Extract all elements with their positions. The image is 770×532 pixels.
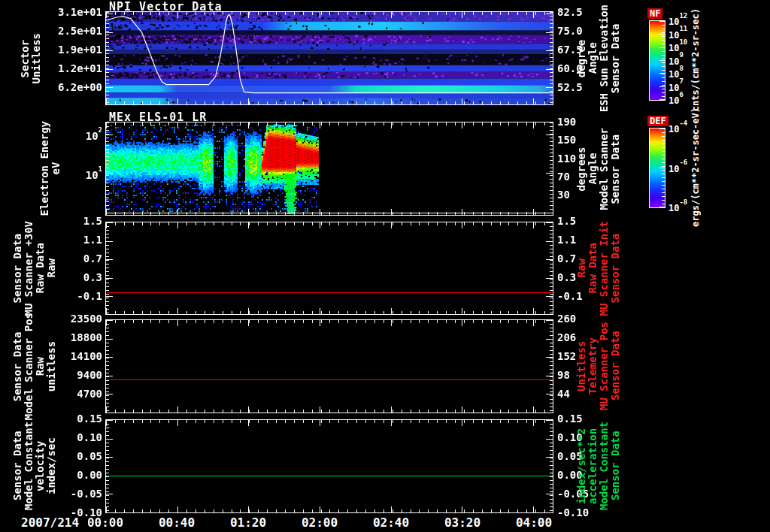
- y-axis-label-wrap: Electron EnergyeV: [39, 122, 62, 216]
- y-major-tick: [106, 14, 113, 14]
- x-major-tick: [320, 98, 320, 104]
- x-minor-ticks-bottom: [106, 410, 553, 413]
- y-minor-ticks-left: [106, 420, 109, 512]
- x-major-tick: [106, 122, 107, 128]
- panel-mu-scanner-30v: [105, 222, 553, 315]
- y-tick-label: 260: [557, 313, 576, 325]
- y-major-tick: [106, 339, 113, 340]
- y-major-tick: [546, 339, 553, 340]
- panel-title: MEx ELS-01 LR: [109, 110, 207, 124]
- right-axis-label-wrap: Sensor DataMU Scanner InitRaw DataRaw: [576, 222, 621, 315]
- right-axis-label: Sensor DataMU Scanner PosTelemetryUnitle…: [576, 322, 621, 410]
- y-major-tick: [546, 259, 553, 260]
- y-tick-label: 1.1: [557, 234, 576, 246]
- y-major-tick: [546, 394, 553, 394]
- colorbar-tick-label: 10-6: [668, 162, 687, 174]
- y-major-tick: [106, 241, 113, 242]
- panel-els-spectrogram: [105, 122, 553, 216]
- nf-colorbar-units: cnts/(cm**2-sr-sec): [690, 8, 701, 111]
- y-tick-label: 1.5: [557, 216, 576, 227]
- spectrogram-figure: 2007/214 NF DEF cnts/(cm**2-sr-sec) ergs…: [0, 0, 770, 532]
- x-major-tick: [533, 420, 534, 426]
- data-line: [107, 476, 552, 476]
- y-major-tick: [546, 357, 553, 358]
- right-axis-label: Sensor DataModel ScannerAngledegrees: [576, 128, 621, 210]
- x-major-tick: [177, 308, 178, 314]
- right-axis-label-wrap: Sensor DataModel Constantaccelerationind…: [576, 419, 621, 513]
- colorbar-tick-label: 10-8: [668, 201, 687, 213]
- y-major-tick: [106, 457, 113, 458]
- x-minor-ticks-bottom: [106, 212, 553, 215]
- x-major-tick: [533, 308, 534, 314]
- y-major-tick: [106, 420, 113, 421]
- y-axis-label: Sensor DataMU Scanner +30VRaw DataRaw: [12, 221, 57, 316]
- nf-colorbar-name: NF: [647, 8, 662, 19]
- def-units-wrap: ergs/(cm**2-sr-sec-eV): [688, 120, 703, 214]
- y-tick-label: 0.7: [557, 253, 576, 264]
- y-tick-label: 98: [557, 370, 570, 381]
- colorbar-tick-label: 10-4: [668, 122, 687, 135]
- x-major-tick: [462, 98, 462, 104]
- x-tick-label: 00:40: [159, 515, 195, 530]
- x-major-tick: [391, 420, 392, 426]
- colorbar-major-tick: [659, 21, 665, 22]
- x-major-tick: [533, 407, 534, 413]
- y-tick-label: 3.1e+01: [44, 7, 102, 18]
- x-major-tick: [320, 506, 320, 512]
- x-tick-label: 03:20: [444, 515, 480, 530]
- y-major-tick: [546, 320, 553, 321]
- colorbar-major-tick: [659, 207, 665, 207]
- x-major-tick: [106, 222, 107, 228]
- x-major-tick: [462, 420, 462, 426]
- y-major-tick: [546, 376, 553, 376]
- x-major-tick: [462, 308, 462, 314]
- y-axis-label-wrap: Sensor DataModel Constantvelocityindex/s…: [12, 419, 57, 513]
- colorbar-major-tick: [659, 86, 665, 87]
- x-major-tick: [533, 98, 534, 104]
- y-major-tick: [546, 512, 553, 513]
- y-tick-label: 1.9e+01: [44, 44, 102, 56]
- x-major-tick: [391, 222, 392, 228]
- right-axis-label-wrap: Sensor DataESH Sun ElevationAngledegree: [576, 11, 621, 105]
- x-major-tick: [462, 506, 462, 512]
- panel-model-scanner-pos: [105, 319, 553, 413]
- colorbar-major-tick: [659, 99, 665, 100]
- x-major-tick: [320, 320, 320, 326]
- x-major-tick: [391, 308, 392, 314]
- x-major-tick: [106, 209, 107, 215]
- x-major-tick: [320, 12, 320, 18]
- def-colorbar-name: DEF: [647, 116, 668, 126]
- y-minor-ticks-left: [106, 222, 109, 314]
- y-minor-ticks-right: [550, 222, 553, 314]
- x-major-tick: [391, 407, 392, 413]
- x-major-tick: [391, 98, 392, 104]
- y-major-tick: [546, 50, 553, 51]
- x-major-tick: [533, 506, 534, 512]
- x-major-tick: [391, 122, 392, 128]
- x-major-tick: [248, 407, 249, 413]
- x-major-tick: [177, 320, 178, 326]
- x-major-tick: [391, 209, 392, 215]
- y-minor-ticks-left: [106, 12, 109, 104]
- y-tick-label: 44: [557, 388, 570, 400]
- y-major-tick: [106, 32, 113, 33]
- y-tick-label: 2.5e+01: [44, 26, 102, 37]
- x-major-tick: [248, 222, 249, 228]
- x-major-tick: [248, 122, 249, 128]
- y-major-tick: [546, 87, 553, 88]
- y-major-tick: [106, 296, 113, 297]
- right-axis-label: Sensor DataModel Constantaccelerationind…: [576, 422, 621, 510]
- y-major-tick: [106, 259, 113, 260]
- y-major-tick: [546, 278, 553, 279]
- y-tick-label: 190: [557, 116, 576, 128]
- colorbar-major-tick: [659, 47, 665, 48]
- x-major-tick: [177, 506, 178, 512]
- colorbar-tick-label: 106: [668, 94, 684, 106]
- y-major-tick: [546, 222, 553, 223]
- def-colorbar-units: ergs/(cm**2-sr-sec-eV): [690, 107, 701, 227]
- right-axis-label: Sensor DataMU Scanner InitRaw DataRaw: [576, 221, 621, 316]
- colorbar-major-tick: [659, 60, 665, 61]
- x-major-tick: [462, 12, 462, 18]
- y-major-tick: [106, 278, 113, 279]
- y-major-tick: [546, 135, 553, 135]
